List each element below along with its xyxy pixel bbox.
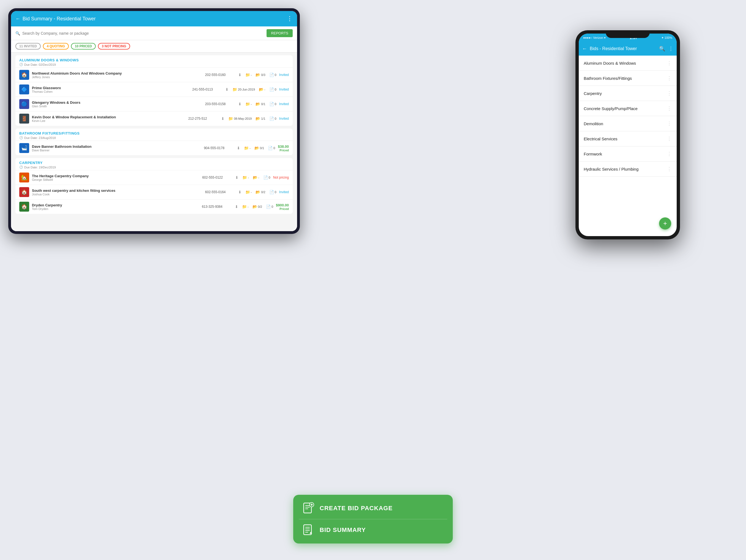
- folder-icon: 📁: [232, 87, 237, 92]
- list-item[interactable]: Aluminum Doors & Windows ⋮: [579, 56, 677, 71]
- docs-group: 📂 -: [259, 87, 265, 92]
- list-item-label: Aluminum Doors & Windows: [584, 61, 667, 65]
- notes-icon: 📄: [269, 73, 274, 77]
- notes-icon: 📄: [269, 116, 274, 121]
- folder-icon: 📁: [246, 190, 250, 194]
- list-item[interactable]: Demolition ⋮: [579, 116, 677, 131]
- avatar: 🛁: [19, 143, 29, 153]
- company-name: Prime Glassworx: [32, 86, 190, 90]
- table-row[interactable]: 🏠 Northwest Aluminium Doors And Windows …: [16, 67, 293, 82]
- company-phone: 203-555-0158: [205, 102, 235, 106]
- docs-icon: 📂: [254, 146, 259, 150]
- status-badge: Invited: [279, 87, 289, 91]
- fab-button[interactable]: +: [659, 217, 671, 229]
- company-actions: ⬇ 📁 08-May-2019 📂 1/1 📄 0: [221, 116, 276, 121]
- category-carpentry-title: CARPENTRY: [19, 161, 289, 165]
- table-row[interactable]: 🏡 The Heritage Carpentry Company George …: [16, 170, 293, 185]
- filter-invited[interactable]: 11 INVITED: [16, 43, 41, 50]
- filter-quoting[interactable]: 4 QUOTING: [43, 43, 69, 50]
- avatar: 🔵: [19, 99, 29, 109]
- notes-icon: 📄: [269, 190, 274, 194]
- notes-group: 📄 0: [269, 190, 277, 194]
- more-icon[interactable]: ⋮: [667, 151, 672, 157]
- table-row[interactable]: 🔵 Glengarry Windows & Doors Glen Smith 2…: [16, 96, 293, 111]
- avatar: 🏡: [19, 172, 29, 183]
- more-icon[interactable]: ⋮: [667, 136, 672, 142]
- phone-carrier: ●●●●○ Verizon ▾: [583, 36, 606, 39]
- avatar: 🔷: [19, 84, 29, 94]
- status-badge: Priced: [278, 148, 289, 152]
- folder-icon: 📁: [242, 204, 247, 209]
- tablet-menu-button[interactable]: ⋮: [287, 15, 293, 22]
- search-input[interactable]: [22, 31, 264, 35]
- download-icon[interactable]: ⬇: [238, 190, 241, 194]
- banner-bid-summary[interactable]: BID SUMMARY: [299, 519, 447, 541]
- phone-notch: [606, 30, 650, 38]
- download-icon[interactable]: ⬇: [235, 204, 238, 209]
- notes-group: 📄 0: [269, 102, 277, 106]
- sent-group: 📁 -: [246, 190, 252, 194]
- avatar: 🏠: [19, 187, 29, 197]
- bottom-banner: CREATE BID PACKAGE BID SUMMARY: [293, 495, 453, 543]
- list-item[interactable]: Bathroom Fixtures/Fittings ⋮: [579, 71, 677, 86]
- category-carpentry-header: CARPENTRY 🕐 Due Date: 19/Dec/2019: [16, 158, 293, 170]
- more-icon[interactable]: ⋮: [667, 75, 672, 81]
- avatar: 🚪: [19, 114, 29, 123]
- banner-create-bid[interactable]: CREATE BID PACKAGE: [299, 498, 447, 519]
- download-icon[interactable]: ⬇: [238, 73, 241, 77]
- category-bathroom-title: BATHROOM FIXTURES/FITTINGS: [19, 131, 289, 135]
- docs-icon: 📂: [256, 102, 260, 106]
- list-item[interactable]: Electrical Services ⋮: [579, 131, 677, 146]
- status-badge: Invited: [279, 102, 289, 106]
- notes-icon: 📄: [266, 204, 271, 209]
- phone-header-title: Bids - Residential Tower: [590, 46, 656, 51]
- filter-not-pricing[interactable]: 3 NOT PRICING: [98, 43, 130, 50]
- notes-icon: 📄: [269, 102, 274, 106]
- notes-group: 📄 0: [269, 73, 277, 77]
- list-item[interactable]: Concrete Supply/Pump/Place ⋮: [579, 101, 677, 116]
- list-item[interactable]: Carpentry ⋮: [579, 86, 677, 101]
- list-item-label: Formwork: [584, 151, 667, 156]
- company-actions: ⬇ 📁 - 📂 - 📄 0: [235, 175, 270, 180]
- table-row[interactable]: 🚪 Kevin Door & Window Replacement & Inst…: [16, 111, 293, 126]
- phone-search-icon[interactable]: 🔍: [659, 46, 665, 52]
- search-icon: 🔍: [16, 31, 20, 35]
- phone-list: Aluminum Doors & Windows ⋮ Bathroom Fixt…: [579, 56, 677, 177]
- download-icon[interactable]: ⬇: [221, 116, 225, 121]
- list-item[interactable]: Hydraulic Services / Plumbing ⋮: [579, 162, 677, 177]
- more-icon[interactable]: ⋮: [667, 120, 672, 127]
- filter-priced[interactable]: 10 PRICED: [71, 43, 96, 50]
- download-icon[interactable]: ⬇: [225, 87, 229, 92]
- company-actions: ⬇ 📁 - 📂 0/3 📄 0: [238, 73, 277, 77]
- docs-icon: 📂: [256, 73, 260, 77]
- avatar: 🏠: [19, 202, 29, 212]
- reports-button[interactable]: REPORTS: [266, 29, 293, 37]
- download-icon[interactable]: ⬇: [237, 146, 240, 150]
- tablet-device: ← Bid Summary - Residential Tower ⋮ 🔍 RE…: [8, 8, 300, 234]
- list-item-label: Electrical Services: [584, 137, 667, 141]
- table-row[interactable]: 🏠 South west carpentry and kitchen fitti…: [16, 185, 293, 199]
- company-person: Tom Dryden: [32, 207, 199, 211]
- category-bathroom-due: 🕐 Due Date: 23/Aug/2018: [19, 136, 289, 140]
- phone-menu-icon[interactable]: ⋮: [668, 46, 673, 52]
- docs-group: 📂 1/1: [256, 116, 265, 121]
- clock-icon: 🕐: [19, 136, 23, 140]
- more-icon[interactable]: ⋮: [667, 166, 672, 172]
- category-carpentry: CARPENTRY 🕐 Due Date: 19/Dec/2019 🏡 The …: [16, 158, 293, 214]
- tablet-back-button[interactable]: ←: [16, 16, 20, 22]
- more-icon[interactable]: ⋮: [667, 105, 672, 111]
- clock-icon: 🕐: [19, 165, 23, 169]
- list-item-label: Concrete Supply/Pump/Place: [584, 106, 667, 111]
- list-item[interactable]: Formwork ⋮: [579, 146, 677, 162]
- company-phone: 613-325-9384: [202, 205, 232, 208]
- company-actions: ⬇ 📁 - 📂 0/2 📄 0: [235, 204, 273, 209]
- download-icon[interactable]: ⬇: [235, 175, 238, 180]
- more-icon[interactable]: ⋮: [667, 60, 672, 66]
- table-row[interactable]: 🛁 Dave Banner Bathroom Installation Dave…: [16, 141, 293, 155]
- table-row[interactable]: 🔷 Prime Glassworx Thomas Cohen 241-555-0…: [16, 82, 293, 96]
- download-icon[interactable]: ⬇: [238, 102, 241, 106]
- category-aluminum-header: ALUMINUM DOORS & WINDOWS 🕐 Due Date: 02/…: [16, 55, 293, 67]
- table-row[interactable]: 🏠 Dryden Carpentry Tom Dryden 613-325-93…: [16, 199, 293, 214]
- more-icon[interactable]: ⋮: [667, 90, 672, 96]
- phone-back-button[interactable]: ←: [582, 46, 587, 52]
